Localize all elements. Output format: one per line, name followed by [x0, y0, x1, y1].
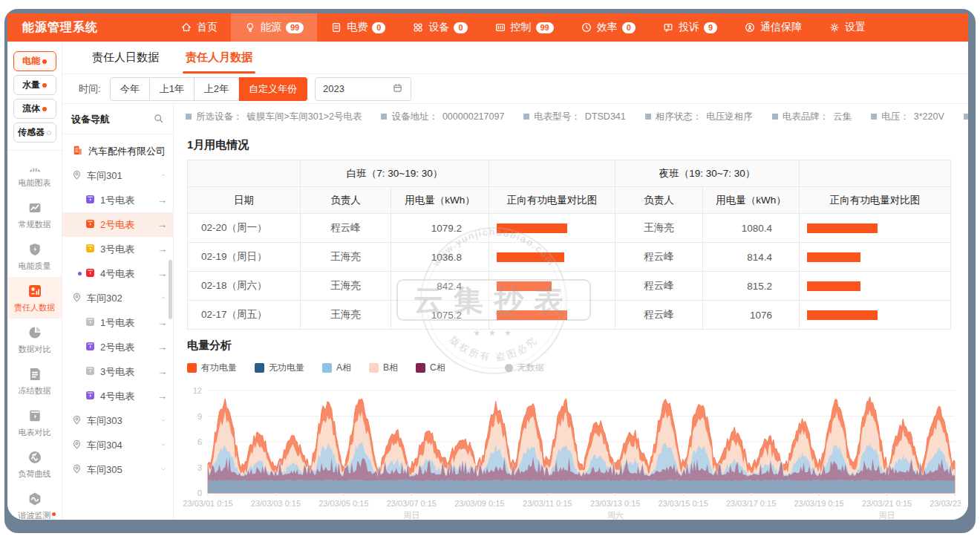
caret-down-icon[interactable]	[160, 466, 167, 474]
rail-item-谐波监测[interactable]: 谐波监测	[7, 485, 62, 520]
tree-group-车间304[interactable]: 车间304	[62, 433, 173, 457]
control-icon	[494, 22, 506, 33]
rail-item-电表对比[interactable]: 电表对比	[7, 402, 62, 443]
tree-meter-车间301-3号电表[interactable]: 3号电表→	[62, 237, 173, 261]
device-nav-title: 设备导航	[71, 113, 110, 126]
time-option-今年[interactable]: 今年	[110, 77, 150, 101]
year-input[interactable]: 2023	[315, 77, 411, 101]
nav-menu: 首页能源99电费0设备0控制99效率0投诉9通信保障设置	[167, 13, 879, 42]
goto-arrow-icon[interactable]: →	[157, 342, 167, 353]
tree-group-label: 车间302	[87, 292, 155, 305]
bulb-icon	[244, 22, 256, 33]
caret-down-icon[interactable]	[160, 441, 167, 450]
nav-item-首页[interactable]: 首页	[167, 13, 231, 42]
rail-item-label: 电表对比	[19, 427, 51, 438]
clock-icon	[581, 22, 592, 33]
nav-item-设备[interactable]: 设备0	[399, 13, 480, 42]
tree-meter-车间302-3号电表[interactable]: 3号电表→	[62, 359, 173, 384]
nav-item-控制[interactable]: 控制99	[481, 13, 567, 42]
goto-arrow-icon[interactable]: →	[157, 268, 167, 279]
calendar-icon[interactable]	[392, 82, 403, 96]
info-label: 设备地址：	[391, 111, 438, 123]
tree-meter-label: 4号电表	[100, 390, 153, 403]
notification-dot	[52, 512, 56, 516]
legend-item-有功电量[interactable]: 有功电量	[187, 362, 237, 374]
status-dot	[47, 131, 51, 135]
rail-item-责任人数据[interactable]: 责任人数据	[7, 277, 62, 319]
info-item: 电流：3*1.	[964, 111, 968, 123]
app-window: 能源管理系统 首页能源99电费0设备0控制99效率0投诉9通信保障设置 电能水量…	[7, 13, 968, 520]
tree-group-车间303[interactable]: 车间303	[62, 408, 173, 433]
legend-item-A相[interactable]: A相	[322, 362, 351, 374]
pin-icon	[71, 169, 82, 183]
time-option-上1年[interactable]: 上1年	[150, 77, 195, 101]
goto-arrow-icon[interactable]: →	[157, 366, 167, 377]
tree-meter-车间302-1号电表[interactable]: 1号电表→	[62, 310, 173, 335]
legend-item-无数据[interactable]: 无数据	[505, 362, 544, 374]
caret-down-icon[interactable]	[160, 417, 167, 425]
person-data-icon	[27, 283, 43, 299]
tree-meter-车间302-2号电表[interactable]: 2号电表→	[62, 335, 173, 359]
th-night-shift-group: 夜班（19: 30~7: 30）	[615, 160, 800, 187]
legend-item-C相[interactable]: C相	[416, 362, 445, 374]
cell-night-kwh: 1076	[703, 301, 800, 330]
bullet-square	[871, 114, 877, 120]
energy-type-电能[interactable]: 电能	[13, 51, 56, 71]
tab-责任人月数据[interactable]: 责任人月数据	[172, 42, 266, 74]
goto-arrow-icon[interactable]: →	[157, 244, 167, 255]
energy-type-传感器[interactable]: 传感器	[13, 123, 56, 143]
goto-arrow-icon[interactable]: →	[157, 219, 167, 230]
rail-item-电能质量[interactable]: 电能质量	[7, 235, 62, 277]
tree-meter-车间301-1号电表[interactable]: 1号电表→	[62, 188, 173, 212]
day-kwh-bar	[497, 281, 552, 291]
tree-group-车间305[interactable]: 车间305	[62, 457, 173, 482]
rail-item-常规数据[interactable]: 常规数据	[7, 194, 62, 235]
bill-icon	[330, 22, 342, 33]
nav-item-通信保障[interactable]: 通信保障	[731, 13, 815, 42]
energy-type-流体[interactable]: 流体	[13, 99, 56, 119]
tree-group-label: 车间304	[87, 439, 155, 452]
pin-icon	[71, 414, 82, 428]
legend-item-B相[interactable]: B相	[369, 362, 398, 374]
table-row: 02-19（周日）王海亮1036.8程云峰814.4	[188, 243, 951, 272]
tree-group-车间301[interactable]: 车间301	[62, 163, 173, 188]
cell-day-bar	[489, 214, 615, 243]
rail-item-数据对比[interactable]: 数据对比	[7, 319, 62, 360]
cell-night-kwh: 1080.4	[703, 214, 800, 243]
caret-up-icon[interactable]	[160, 294, 167, 303]
nav-item-label: 能源	[261, 21, 281, 34]
y-tick-label: 0	[197, 489, 202, 497]
tree-group-车间302[interactable]: 车间302	[62, 286, 173, 310]
tree-scrollbar[interactable]	[169, 260, 172, 319]
energy-type-switcher: 电能水量流体传感器	[7, 51, 62, 143]
rail-item-电能图表[interactable]: 电能图表	[7, 152, 62, 194]
tree-meter-车间301-2号电表[interactable]: 2号电表→	[62, 212, 173, 237]
goto-arrow-icon[interactable]: →	[157, 317, 167, 328]
legend-item-无功电量[interactable]: 无功电量	[255, 362, 304, 374]
goto-arrow-icon[interactable]: →	[157, 195, 167, 206]
y-tick-label: 12	[193, 386, 202, 395]
rail-item-label: 负荷曲线	[19, 468, 51, 480]
time-option-自定义年份[interactable]: 自定义年份	[239, 77, 307, 101]
goto-arrow-icon[interactable]: →	[157, 391, 167, 402]
filter-label: 时间:	[79, 82, 101, 96]
tree-meter-车间302-4号电表[interactable]: 4号电表→	[62, 384, 173, 408]
device-tree: 汽车配件有限公司车间3011号电表→2号电表→3号电表→4号电表→车间3021号…	[62, 134, 173, 482]
nav-item-投诉[interactable]: 投诉9	[649, 13, 731, 42]
search-icon[interactable]	[153, 113, 164, 126]
caret-up-icon[interactable]	[160, 172, 167, 180]
nav-item-效率[interactable]: 效率0	[567, 13, 649, 42]
time-option-上2年[interactable]: 上2年	[195, 77, 239, 101]
nav-item-设置[interactable]: 设置	[815, 13, 879, 42]
tab-责任人日数据[interactable]: 责任人日数据	[79, 42, 172, 74]
rail-item-冻结数据[interactable]: 冻结数据	[7, 360, 62, 402]
rail-item-负荷曲线[interactable]: 负荷曲线	[7, 443, 62, 485]
energy-type-水量[interactable]: 水量	[13, 75, 56, 95]
nav-item-能源[interactable]: 能源99	[231, 13, 317, 42]
tree-group-label: 车间301	[87, 169, 155, 183]
meter-box-icon	[85, 390, 96, 403]
nav-item-电费[interactable]: 电费0	[317, 13, 399, 42]
tree-company[interactable]: 汽车配件有限公司	[62, 139, 173, 163]
tree-meter-车间301-4号电表[interactable]: 4号电表→	[62, 261, 173, 286]
cell-night-bar	[800, 301, 951, 330]
